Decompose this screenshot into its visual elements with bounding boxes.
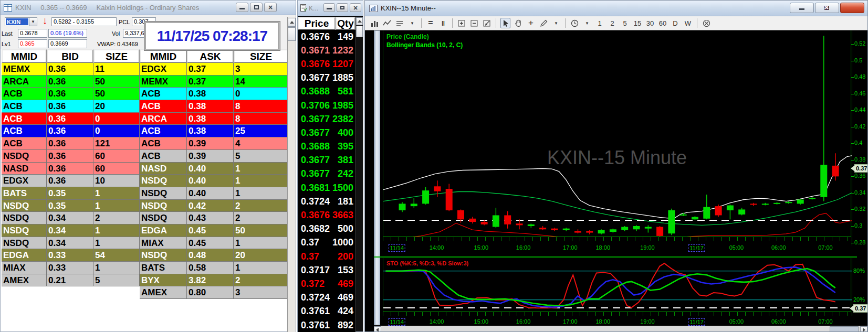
pan-hand-icon[interactable] (514, 18, 523, 28)
l2-ask-cell[interactable]: 0.38 (187, 88, 234, 100)
vertical-line-tool-icon[interactable]: ‖ (438, 18, 448, 28)
l2-bid-cell[interactable]: NSDQ (2, 212, 47, 224)
l2-ask-cell[interactable]: 0.80 (187, 286, 234, 299)
scrollbar-thumb[interactable] (830, 326, 859, 331)
l2-header-ask-ask[interactable]: ASK (187, 49, 234, 63)
l2-ask-cell[interactable]: ARCA (140, 113, 187, 125)
pane-separator[interactable] (374, 256, 857, 258)
l2-bid-cell[interactable]: 10 (93, 175, 140, 187)
scroll-up-button[interactable] (356, 17, 363, 25)
l2-bid-cell[interactable]: ACB (2, 88, 47, 100)
l2-ask-cell[interactable]: 2 (234, 200, 288, 212)
l2-ask-cell[interactable]: 50 (234, 224, 288, 237)
l2-ask-cell[interactable]: 0 (234, 88, 288, 100)
close-button[interactable]: × (264, 3, 277, 12)
l2-ask-cell[interactable]: 8 (234, 113, 288, 125)
l2-bid-cell[interactable]: 5 (93, 274, 140, 287)
l2-bid-cell[interactable]: 1 (93, 262, 140, 274)
l2-ask-cell[interactable]: NSDQ (140, 200, 187, 212)
l2-header-mmid-ask[interactable]: MMID (140, 49, 187, 63)
l2-ask-cell[interactable]: NSDQ (140, 212, 187, 224)
draw-pencil-icon[interactable] (539, 18, 548, 28)
chart-horizontal-scrollbar[interactable] (374, 326, 867, 331)
interval-button-30[interactable]: 30 (645, 18, 655, 28)
l2-header-mmid-bid[interactable]: MMID (2, 49, 47, 63)
interval-button-15[interactable]: 15 (633, 18, 642, 28)
l2-ask-cell[interactable]: 0.38 (187, 125, 234, 137)
restore-button[interactable] (250, 3, 263, 12)
l2-bid-cell[interactable]: NSDQ (2, 200, 47, 212)
l2-bid-cell[interactable]: 0.36 (47, 150, 93, 163)
l2-ask-cell[interactable]: 20 (234, 249, 288, 262)
l2-bid-cell[interactable]: 0.36 (47, 175, 93, 187)
l2-header-size-bid[interactable]: SIZE (93, 49, 140, 63)
interval-button-2[interactable]: 2 (608, 18, 617, 28)
l2-bid-cell[interactable]: 0.35 (47, 200, 93, 212)
combobox-dropdown-button[interactable]: ▼ (29, 18, 37, 26)
scroll-right-button[interactable] (860, 326, 867, 331)
l2-bid-cell[interactable]: ACB (2, 100, 47, 113)
l2-bid-cell[interactable]: 0.34 (47, 212, 93, 224)
interval-button-w[interactable]: W (683, 18, 693, 28)
l2-header-size-ask[interactable]: SIZE (234, 49, 288, 63)
l2-ask-cell[interactable]: 0.48 (187, 249, 234, 262)
crosshair-icon[interactable]: + (526, 18, 536, 28)
l2-ask-cell[interactable]: ACB (140, 100, 187, 113)
l2-bid-cell[interactable]: 1 (93, 187, 140, 200)
l2-bid-cell[interactable]: 0.36 (47, 88, 93, 100)
minimize-button[interactable] (236, 3, 248, 12)
scrollbar-thumb[interactable] (288, 27, 296, 41)
l2-header-bid-bid[interactable]: BID (47, 49, 93, 63)
level2-titlebar[interactable]: KXIN 0.365 -- 0.3669 Kaixin Holdings - O… (1, 1, 296, 15)
l2-ask-cell[interactable]: NSDQ (140, 249, 187, 262)
stochastic-pane[interactable]: STO (%K:5, %D:3, %D Slow:3) (383, 258, 851, 312)
l2-ask-cell[interactable]: 0.40 (187, 175, 234, 187)
l2-ask-cell[interactable]: NSDQ (140, 175, 187, 187)
l2-bid-cell[interactable]: EDGA (2, 249, 47, 262)
l2-bid-cell[interactable]: 0.36 (47, 163, 93, 175)
chevron-down-icon[interactable]: ▾ (551, 18, 561, 28)
l2-bid-cell[interactable]: NSDQ (2, 150, 47, 163)
l2-ask-cell[interactable]: BYX (140, 274, 187, 287)
l2-ask-cell[interactable]: ACB (140, 88, 187, 100)
interval-button-60[interactable]: 60 (658, 18, 667, 28)
stochastic-axis[interactable]: 80%20%0.37 (851, 258, 867, 317)
l2-ask-cell[interactable]: 0.38 (187, 113, 234, 125)
l2-bid-cell[interactable]: 60 (93, 163, 140, 175)
l2-ask-cell[interactable]: 1 (234, 175, 288, 187)
l2-bid-cell[interactable]: 121 (93, 137, 140, 150)
l2-bid-cell[interactable]: 0.35 (47, 187, 93, 200)
l2-ask-cell[interactable]: NASD (140, 163, 187, 175)
l2-ask-cell[interactable]: 1 (234, 163, 288, 175)
last-price-field[interactable]: 0.3678 (18, 29, 47, 38)
tape-titlebar[interactable]: K... × (298, 1, 363, 16)
l2-bid-cell[interactable]: 50 (93, 76, 140, 88)
l2-ask-cell[interactable]: 3 (234, 286, 288, 299)
l2-bid-cell[interactable]: 0.34 (47, 224, 93, 237)
price-axis[interactable]: 0.520.50.480.460.440.420.40.380.360.340.… (851, 30, 867, 247)
l2-bid-cell[interactable]: 0 (93, 125, 140, 137)
interval-button-1[interactable]: 1 (595, 18, 604, 28)
l2-ask-cell[interactable]: EDGX (140, 63, 187, 76)
l2-ask-cell[interactable]: 0.40 (187, 187, 234, 200)
l2-bid-cell[interactable]: 0.33 (47, 249, 93, 262)
l2-bid-cell[interactable]: NSDQ (2, 224, 47, 237)
l2-bid-cell[interactable]: 0.36 (47, 137, 93, 150)
l2-bid-cell[interactable]: ARCA (2, 76, 47, 88)
close-button[interactable]: × (840, 3, 864, 13)
l2-bid-cell[interactable]: ACB (2, 137, 47, 150)
l2-bid-cell[interactable]: 20 (93, 100, 140, 113)
l2-ask-cell[interactable]: 3 (234, 63, 288, 76)
l2-bid-cell[interactable]: 60 (93, 150, 140, 163)
l2-bid-cell[interactable]: BATS (2, 187, 47, 200)
l2-bid-cell[interactable]: 54 (93, 249, 140, 262)
cursor-tool-icon[interactable] (500, 18, 510, 28)
l2-bid-cell[interactable]: 1 (93, 224, 140, 237)
chart-style-icon[interactable] (370, 18, 379, 28)
l2-bid-cell[interactable]: 11 (93, 63, 140, 76)
close-indicator-icon[interactable] (702, 18, 711, 28)
l2-bid-cell[interactable]: 0.36 (47, 113, 93, 125)
restore-button[interactable] (337, 3, 348, 12)
l2-ask-cell[interactable]: 5 (234, 150, 288, 163)
l2-ask-cell[interactable]: 3.82 (187, 274, 234, 287)
